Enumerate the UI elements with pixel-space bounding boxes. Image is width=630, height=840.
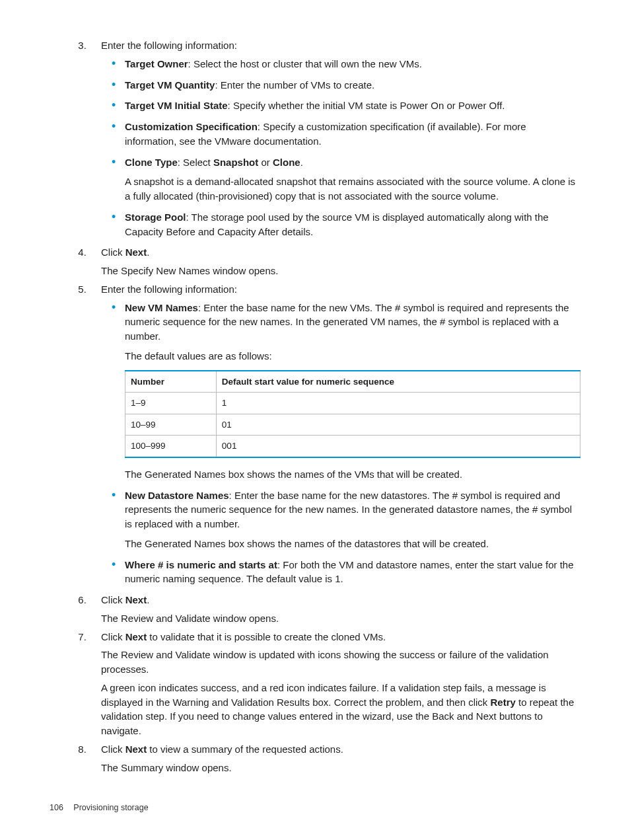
cell-default: 01 [216,414,580,436]
text: to validate that it is possible to creat… [147,631,386,642]
defaults-intro: The default values are as follows: [125,349,580,363]
section-title: Provisioning storage [73,803,148,805]
next-label: Next [125,594,147,605]
opt-clone: Clone [273,157,300,168]
step-3-sublist: Target Owner: Select the host or cluster… [101,57,580,239]
label: Target VM Quantity [125,79,215,91]
generated-vm-note: The Generated Names box shows the names … [125,467,580,482]
text: or [258,157,273,168]
text: : Specify whether the initial VM state i… [228,100,505,111]
step-7-para2: A green icon indicates success, and a re… [101,681,580,738]
table-row: 100–999 001 [125,436,580,457]
step-5-sublist: New VM Names: Enter the base name for th… [101,301,580,587]
clone-type-description: A snapshot is a demand-allocated snapsho… [125,174,580,204]
generated-ds-note: The Generated Names box shows the names … [125,537,580,551]
label: Target Owner [125,58,188,69]
cell-default: 001 [216,436,580,457]
item-clone-type: Clone Type: Select Snapshot or Clone. A … [122,155,580,204]
retry-label: Retry [490,697,515,708]
cell-default: 1 [216,393,580,414]
label: New Datastore Names [125,490,229,501]
text: : Select [178,157,213,168]
procedure-list: Enter the following information: Target … [50,38,580,775]
step-8-result: The Summary window opens. [101,761,580,775]
step-7-para1: The Review and Validate window is update… [101,648,580,677]
cell-number: 100–999 [125,436,217,457]
table-row: 1–9 1 [125,393,580,414]
next-label: Next [125,631,147,642]
next-label: Next [125,247,147,258]
text: . [147,247,149,258]
cell-number: 1–9 [125,393,217,414]
text: : Select the host or cluster that will o… [188,58,422,69]
text: Click [101,594,125,605]
label: Customization Specification [125,121,258,132]
text: : Enter the number of VMs to create. [215,79,374,91]
text: A green icon indicates success, and a re… [101,682,546,708]
step-4-result: The Specify New Names window opens. [101,264,580,278]
step-6-result: The Review and Validate window opens. [101,611,580,626]
label: New VM Names [125,302,198,313]
item-new-vm-names: New VM Names: Enter the base name for th… [122,301,580,482]
label: Target VM Initial State [125,100,228,111]
text: . [300,157,303,168]
step-5-intro: Enter the following information: [101,284,237,295]
step-6: Click Next. The Review and Validate wind… [89,593,580,626]
step-5: Enter the following information: New VM … [89,282,580,586]
step-8: Click Next to view a summary of the requ… [89,742,580,775]
item-target-vm-quantity: Target VM Quantity: Enter the number of … [122,78,580,93]
table-row: 10–99 01 [125,414,580,436]
opt-snapshot: Snapshot [213,157,258,168]
label: Clone Type [125,157,178,168]
item-target-owner: Target Owner: Select the host or cluster… [122,57,580,71]
item-new-datastore-names: New Datastore Names: Enter the base name… [122,488,580,551]
page-footer: 106 Provisioning storage [50,802,149,805]
text: Click [101,247,125,258]
text: to view a summary of the requested actio… [147,744,343,755]
item-target-vm-initial-state: Target VM Initial State: Specify whether… [122,98,580,113]
step-4: Click Next. The Specify New Names window… [89,245,580,278]
defaults-table: Number Default start value for numeric s… [125,370,580,458]
next-label: Next [125,744,147,755]
page-number: 106 [50,803,63,805]
text: : The storage pool used by the source VM… [125,211,549,237]
item-storage-pool: Storage Pool: The storage pool used by t… [122,210,580,239]
step-3-intro: Enter the following information: [101,40,237,51]
text: Click [101,744,125,755]
text: . [147,594,149,605]
item-where-numeric: Where # is numeric and starts at: For bo… [122,558,580,587]
step-7: Click Next to validate that it is possib… [89,630,580,738]
cell-number: 10–99 [125,414,217,436]
th-number: Number [125,371,217,393]
step-3: Enter the following information: Target … [89,38,580,239]
label: Where # is numeric and starts at [125,559,277,570]
th-default-start: Default start value for numeric sequence [216,371,580,393]
text: Click [101,631,125,642]
label: Storage Pool [125,211,186,223]
item-customization-spec: Customization Specification: Specify a c… [122,120,580,149]
